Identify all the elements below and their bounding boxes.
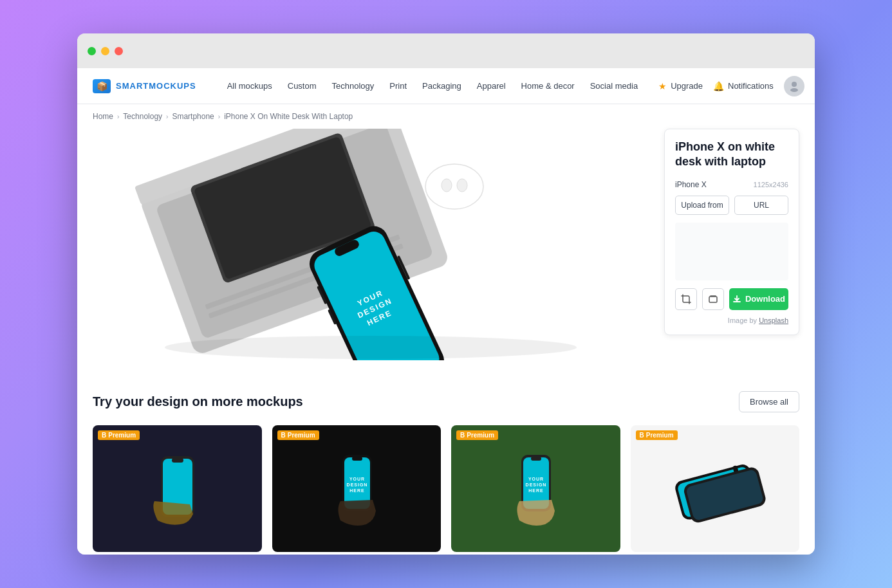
premium-icon-2: B [281,432,286,439]
nav-item-packaging[interactable]: Packaging [422,81,461,91]
more-section: Try your design on more mockups Browse a… [77,376,815,555]
mockup-thumb-bg-1 [93,425,262,552]
svg-rect-26 [172,458,183,463]
url-button[interactable]: URL [734,196,788,215]
image-credit-link[interactable]: Unsplash [759,317,788,324]
breadcrumb-technology[interactable]: Technology [123,112,162,121]
download-icon [732,295,741,304]
svg-text:DESIGN: DESIGN [526,482,547,487]
download-button[interactable]: Download [729,288,788,310]
image-credit: Image by Unsplash [675,317,788,324]
nav-item-custom[interactable]: Custom [288,81,317,91]
mockup-thumb-1[interactable]: B Premium [93,425,262,552]
thumb-svg-3: YOUR DESIGN HERE [484,450,587,527]
premium-badge-4: B Premium [636,430,678,440]
design-preview-area [675,223,788,280]
more-section-header: Try your design on more mockups Browse a… [93,391,799,412]
traffic-light-red[interactable] [115,47,123,55]
mockup-grid: B Premium YOUR DESIGN HERE [93,425,799,552]
browser-content: SMARTMOCKUPS All mockups Custom Technolo… [77,68,815,555]
premium-label-4: Premium [646,432,674,439]
thumb-svg-4: YOUR DESIGN [664,450,767,527]
mockup-svg: YOUR DESIGN HERE [93,129,649,360]
premium-label-2: Premium [288,432,315,439]
product-title: iPhone X on white desk with laptop [675,140,788,170]
svg-point-1 [790,88,798,92]
layers-button[interactable] [702,288,724,310]
breadcrumb-smartphone[interactable]: Smartphone [172,112,214,121]
mockup-thumb-2[interactable]: YOUR DESIGN HERE B Premium [272,425,441,552]
navbar: SMARTMOCKUPS All mockups Custom Technolo… [77,68,815,104]
nav-item-home-decor[interactable]: Home & decor [521,81,575,91]
avatar[interactable] [784,76,804,96]
crop-icon [681,294,691,304]
svg-text:HERE: HERE [349,488,364,493]
mockup-thumb-bg-2: YOUR DESIGN HERE [272,425,441,552]
mockup-preview-area: YOUR DESIGN HERE [93,129,649,360]
download-label: Download [745,294,785,304]
bell-icon: 🔔 [713,81,724,91]
browser-window: SMARTMOCKUPS All mockups Custom Technolo… [77,33,815,555]
logo-icon [93,79,111,93]
upload-buttons: Upload from URL [675,196,788,215]
breadcrumb-sep-2: › [166,113,168,120]
nav-item-apparel[interactable]: Apparel [477,81,506,91]
browser-chrome [77,33,815,68]
mockup-thumb-4[interactable]: YOUR DESIGN B Premium [631,425,800,552]
nav-item-social-media[interactable]: Social media [590,81,638,91]
logo-text: SMARTMOCKUPS [116,81,196,91]
thumb-svg-2: YOUR DESIGN HERE [305,450,408,527]
svg-point-11 [441,179,452,192]
breadcrumb-current: iPhone X On White Desk With Laptop [224,112,353,121]
mockup-thumb-bg-3: YOUR DESIGN HERE [451,425,620,552]
svg-point-22 [165,336,577,359]
svg-text:HERE: HERE [529,488,544,493]
nav-item-print[interactable]: Print [389,81,407,91]
breadcrumb-sep-3: › [218,113,220,120]
premium-label-3: Premium [467,432,494,439]
premium-badge-2: B Premium [277,430,319,440]
premium-badge-3: B Premium [456,430,498,440]
svg-point-0 [792,82,797,87]
svg-rect-29 [352,457,362,461]
svg-text:DESIGN: DESIGN [346,482,367,487]
right-panel: iPhone X on white desk with laptop iPhon… [664,129,799,360]
upgrade-label: Upgrade [671,81,703,91]
more-section-title: Try your design on more mockups [93,394,303,409]
upgrade-star-icon: ★ [658,81,667,91]
svg-point-12 [457,179,467,192]
premium-label-1: Premium [108,432,136,439]
browse-all-button[interactable]: Browse all [739,391,799,412]
svg-rect-35 [531,457,541,461]
premium-icon-4: B [640,432,644,439]
product-card: iPhone X on white desk with laptop iPhon… [664,129,799,335]
upload-from-button[interactable]: Upload from [675,196,729,215]
svg-point-10 [425,164,483,209]
logo-area[interactable]: SMARTMOCKUPS [93,79,196,93]
svg-text:YOUR: YOUR [349,477,365,481]
premium-badge-1: B Premium [98,430,140,440]
nav-right: ★ Upgrade 🔔 Notifications [658,76,804,96]
nav-item-technology[interactable]: Technology [332,81,375,91]
notifications-button[interactable]: 🔔 Notifications [713,81,774,91]
upgrade-button[interactable]: ★ Upgrade [658,81,703,91]
nav-items: All mockups Custom Technology Print Pack… [227,81,638,91]
traffic-light-yellow[interactable] [101,47,109,55]
device-label-row: iPhone X 1125x2436 [675,180,788,189]
crop-button[interactable] [675,288,697,310]
main-content: YOUR DESIGN HERE iPhone X on white desk … [77,129,815,376]
traffic-light-green[interactable] [88,47,96,55]
device-label: iPhone X [675,180,707,189]
user-icon [788,80,800,92]
notifications-label: Notifications [728,81,774,91]
device-dimensions: 1125x2436 [754,181,788,188]
action-buttons: Download [675,288,788,310]
mockup-thumb-3[interactable]: YOUR DESIGN HERE B Premium [451,425,620,552]
mockup-thumb-bg-4: YOUR DESIGN [631,425,800,552]
nav-item-all-mockups[interactable]: All mockups [227,81,272,91]
premium-icon-1: B [102,432,106,439]
breadcrumb: Home › Technology › Smartphone › iPhone … [77,104,815,129]
breadcrumb-home[interactable]: Home [93,112,113,121]
breadcrumb-sep-1: › [117,113,119,120]
image-credit-text: Image by [728,317,757,324]
